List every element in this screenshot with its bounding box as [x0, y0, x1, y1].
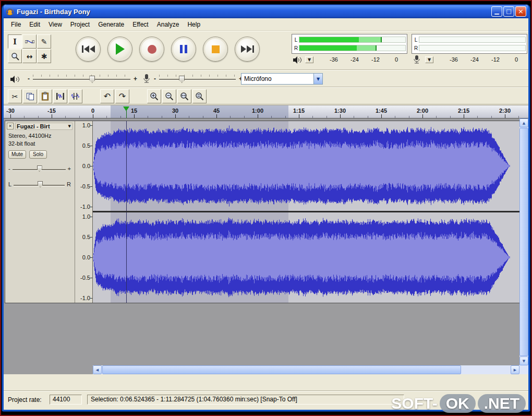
- input-source-combo[interactable]: Micrófono ▼: [241, 73, 323, 85]
- envelope-tool-button[interactable]: [22, 34, 37, 49]
- input-meter-dropdown[interactable]: ▼: [425, 56, 433, 63]
- zoom-out-button[interactable]: [162, 89, 176, 103]
- stereo-waveform[interactable]: [93, 121, 519, 303]
- play-icon: [116, 43, 125, 55]
- db-12: -12: [487, 56, 504, 63]
- stop-button[interactable]: [203, 37, 228, 62]
- record-icon: [148, 45, 156, 54]
- vertical-scroll-thumb[interactable]: [519, 128, 528, 356]
- cut-button[interactable]: ✂: [8, 89, 22, 103]
- close-button[interactable]: ×: [515, 6, 526, 17]
- trim-outside-selection-button[interactable]: [53, 89, 67, 103]
- redo-button[interactable]: ↷: [115, 89, 129, 103]
- horizontal-scrollbar[interactable]: ◀ ▶: [93, 365, 519, 374]
- ruler-tick: 1:00: [246, 108, 269, 114]
- pan-right-label: R: [67, 181, 71, 187]
- timeline-ruler[interactable]: -30 -15 0 15 30 45 1:00 1:15 1:30 1:45 2…: [4, 105, 528, 118]
- paste-button[interactable]: [38, 89, 52, 103]
- track-close-button[interactable]: ×: [7, 123, 14, 129]
- ruler-tick: 1:15: [287, 108, 310, 114]
- ruler-tick: 30: [164, 108, 187, 114]
- mute-button[interactable]: Mute: [8, 150, 26, 159]
- menu-generate[interactable]: Generate: [94, 18, 128, 31]
- output-meter-box: L R: [292, 34, 407, 54]
- copy-button[interactable]: [23, 89, 37, 103]
- scissors-icon: ✂: [12, 92, 18, 101]
- multi-tool-button[interactable]: ✱: [37, 49, 51, 63]
- output-meter-scale: ▼ -36 -24 -12 0: [292, 54, 407, 65]
- db-24: -24: [466, 56, 483, 63]
- silence-selection-button[interactable]: [68, 89, 82, 103]
- menu-project[interactable]: Project: [66, 18, 94, 31]
- fit-selection-button[interactable]: [177, 89, 191, 103]
- input-left-label: L: [413, 37, 419, 43]
- pan-slider-row: L R: [8, 180, 71, 189]
- menu-edit[interactable]: Edit: [25, 18, 44, 31]
- horizontal-scroll-thumb[interactable]: [102, 365, 461, 374]
- zoom-in-icon: [150, 92, 159, 101]
- selection-tool-button[interactable]: I: [8, 34, 22, 49]
- titlebar[interactable]: Fugazi - Birthday Pony ▁ □ ×: [4, 5, 528, 18]
- output-volume-slider[interactable]: [33, 74, 130, 84]
- trim-icon: [56, 92, 65, 100]
- menu-effect[interactable]: Effect: [128, 18, 152, 31]
- skip-to-start-button[interactable]: [76, 37, 101, 62]
- track-gain-slider[interactable]: [13, 164, 66, 173]
- vruler-label: -1.0: [76, 295, 90, 301]
- minus-label: -: [154, 75, 156, 82]
- skip-start-icon: [82, 45, 95, 53]
- menu-view[interactable]: View: [44, 18, 66, 31]
- skip-end-icon: [241, 45, 254, 53]
- input-gain-slider[interactable]: [159, 74, 236, 84]
- input-source-value[interactable]: Micrófono: [241, 73, 314, 85]
- output-right-bar: [299, 45, 406, 51]
- minus-label: -: [28, 75, 30, 82]
- db-12: -12: [367, 56, 384, 63]
- pause-button[interactable]: [171, 37, 196, 62]
- fit-project-button[interactable]: [192, 89, 207, 103]
- scroll-up-button[interactable]: ▲: [519, 118, 528, 127]
- vruler-label: -0.5: [76, 275, 90, 281]
- draw-tool-button[interactable]: ✎: [37, 34, 51, 49]
- edit-toolbar: ✂: [4, 87, 528, 104]
- play-button[interactable]: [107, 37, 132, 62]
- output-volume-icon: [10, 75, 20, 84]
- skip-to-end-button[interactable]: [235, 37, 260, 62]
- vertical-scrollbar[interactable]: ▲ ▼: [519, 118, 528, 365]
- output-meter-dropdown[interactable]: ▼: [305, 56, 313, 63]
- pan-thumb[interactable]: [38, 181, 43, 187]
- gain-thumb[interactable]: [37, 165, 42, 172]
- output-volume-thumb[interactable]: [89, 76, 95, 83]
- undo-icon: ↶: [104, 91, 111, 101]
- scroll-right-button[interactable]: ▶: [511, 365, 519, 374]
- zoom-in-button[interactable]: [147, 89, 161, 103]
- record-button[interactable]: [139, 37, 164, 62]
- track-pan-slider[interactable]: [14, 180, 65, 188]
- undo-button[interactable]: ↶: [100, 89, 114, 103]
- scroll-left-button[interactable]: ◀: [93, 365, 102, 374]
- pencil-icon: ✎: [41, 38, 47, 46]
- minimize-button[interactable]: ▁: [491, 6, 502, 17]
- output-right-label: R: [293, 45, 299, 51]
- solo-button[interactable]: Solo: [29, 150, 47, 159]
- transport-controls: [76, 37, 260, 62]
- menu-help[interactable]: Help: [183, 18, 204, 31]
- speaker-icon: [293, 56, 303, 64]
- silence-icon: [71, 92, 80, 100]
- timeshift-tool-button[interactable]: ↔: [22, 49, 37, 63]
- track-title-dropdown[interactable]: Fugazi - Birt ▼: [15, 123, 72, 130]
- zoom-tool-button[interactable]: [8, 49, 22, 63]
- ruler-tick: 0: [81, 108, 104, 114]
- magnifier-icon: [11, 52, 19, 61]
- track-title-text: Fugazi - Birt: [17, 123, 50, 129]
- menu-file[interactable]: File: [7, 18, 25, 31]
- vruler-label: -1.0: [76, 204, 90, 210]
- vruler-label: 0.0: [76, 163, 90, 169]
- project-rate-value[interactable]: 44100: [50, 395, 82, 405]
- mixer-toolbar: - + - + Mi: [4, 70, 528, 87]
- scroll-down-button[interactable]: ▼: [519, 356, 528, 365]
- menu-analyze[interactable]: Analyze: [153, 18, 184, 31]
- input-gain-thumb[interactable]: [179, 76, 185, 83]
- maximize-button[interactable]: □: [503, 6, 514, 17]
- combo-dropdown-icon[interactable]: ▼: [313, 73, 323, 85]
